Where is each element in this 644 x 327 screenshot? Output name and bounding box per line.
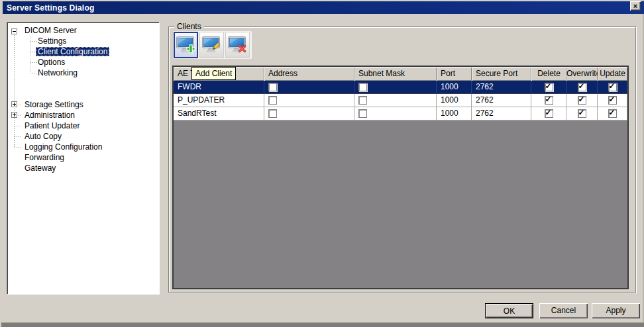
cell-ae-title: P_UPDATER: [174, 94, 264, 107]
close-button[interactable]: ×: [630, 1, 641, 11]
tree-item-client-configuration[interactable]: Client Configuration: [36, 47, 109, 58]
tree-item-dicom-server[interactable]: DICOM Server: [23, 26, 79, 36]
column-header-secure-port[interactable]: Secure Port: [472, 67, 531, 81]
update-checkbox[interactable]: [608, 109, 617, 118]
tree-item-networking[interactable]: Networking: [36, 68, 80, 79]
monitor-plus-icon: [176, 36, 195, 54]
table-header-row: AE Title Address Subnet Mask Port Secure…: [174, 67, 627, 81]
tree-item-settings[interactable]: Settings: [36, 36, 68, 47]
tree-item-options[interactable]: Options: [36, 58, 67, 68]
address-checkbox[interactable]: [268, 83, 277, 91]
delete-client-button[interactable]: [225, 32, 250, 58]
subnet-mask-checkbox[interactable]: [358, 109, 367, 118]
table-row[interactable]: P_UPDATER 1000 2762: [174, 94, 627, 107]
tree-connector: [14, 31, 15, 148]
close-icon: ×: [633, 3, 637, 10]
delete-checkbox[interactable]: [545, 109, 553, 118]
subnet-mask-checkbox[interactable]: [358, 83, 367, 91]
tree-item-forwarding[interactable]: Forwarding: [23, 153, 66, 164]
column-header-overwrite[interactable]: Overwrite: [566, 67, 598, 81]
tree-item-storage-settings[interactable]: Storage Settings: [23, 100, 85, 111]
tree-connector: [15, 126, 23, 126]
cell-secure-port: 2762: [472, 107, 531, 120]
tree-item-logging-configuration[interactable]: Logging Configuration: [23, 142, 104, 153]
column-header-address[interactable]: Address: [264, 67, 354, 81]
delete-checkbox[interactable]: [545, 96, 553, 105]
settings-tree: DICOM Server Settings Client Configurati…: [7, 22, 160, 295]
overwrite-checkbox[interactable]: [578, 96, 586, 105]
apply-button[interactable]: Apply: [592, 303, 640, 318]
edit-client-button[interactable]: [199, 32, 224, 58]
cell-port: 1000: [437, 81, 472, 94]
expand-icon[interactable]: [11, 112, 17, 118]
tree-connector: [15, 136, 23, 137]
collapse-icon[interactable]: [11, 28, 17, 34]
tree-item-gateway[interactable]: Gateway: [23, 164, 58, 174]
cell-port: 1000: [437, 107, 472, 120]
cell-port: 1000: [437, 94, 472, 107]
tree-item-administration[interactable]: Administration: [23, 111, 77, 121]
overwrite-checkbox[interactable]: [578, 83, 586, 91]
overwrite-checkbox[interactable]: [578, 109, 586, 118]
subnet-mask-checkbox[interactable]: [358, 96, 367, 105]
cell-ae-title: FWDR: [174, 81, 264, 94]
column-header-port[interactable]: Port: [437, 67, 472, 81]
ok-button[interactable]: OK: [485, 303, 533, 318]
title-bar[interactable]: Server Settings Dialog: [3, 1, 644, 14]
expand-icon[interactable]: [11, 101, 17, 107]
cancel-button[interactable]: Cancel: [539, 303, 588, 318]
window-bottom-edge: [1, 322, 644, 327]
window-title: Server Settings Dialog: [7, 3, 94, 13]
server-settings-dialog: Server Settings Dialog × DICOM Server Se…: [0, 0, 644, 327]
update-checkbox[interactable]: [608, 83, 617, 91]
cell-ae-title: SandRTest: [174, 107, 264, 120]
column-header-update[interactable]: Update: [598, 67, 627, 81]
address-checkbox[interactable]: [268, 96, 277, 105]
monitor-pencil-icon: [202, 36, 221, 54]
client-toolbar: [173, 31, 252, 59]
delete-checkbox[interactable]: [545, 83, 553, 91]
tree-item-auto-copy[interactable]: Auto Copy: [23, 132, 64, 142]
address-checkbox[interactable]: [268, 109, 277, 118]
cell-secure-port: 2762: [472, 94, 531, 107]
tree-connector: [15, 147, 23, 148]
table-row[interactable]: FWDR 1000 2762: [174, 81, 627, 94]
column-header-subnet-mask[interactable]: Subnet Mask: [354, 67, 437, 81]
update-checkbox[interactable]: [608, 96, 617, 105]
add-client-tooltip: Add Client: [191, 67, 236, 80]
clients-group-label: Clients: [174, 22, 204, 31]
add-client-button[interactable]: [174, 32, 198, 58]
table-row[interactable]: SandRTest 1000 2762: [174, 107, 627, 120]
tree-item-patient-updater[interactable]: Patient Updater: [23, 121, 81, 132]
clients-table: AE Title Address Subnet Mask Port Secure…: [172, 66, 629, 289]
monitor-x-icon: [228, 36, 247, 54]
column-header-delete[interactable]: Delete: [531, 67, 566, 81]
cell-secure-port: 2762: [472, 81, 531, 94]
